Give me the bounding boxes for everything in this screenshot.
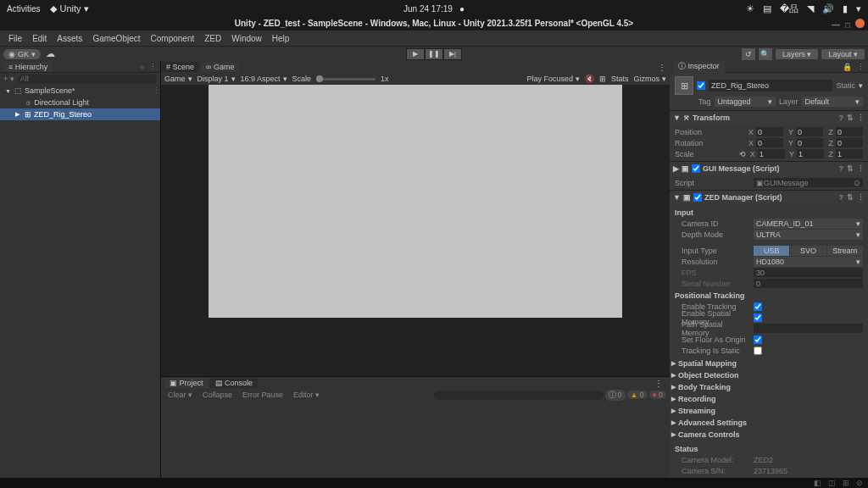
- menu-component[interactable]: Component: [146, 34, 200, 43]
- console-search[interactable]: [434, 391, 604, 400]
- tray-icon[interactable]: ⊘: [856, 479, 863, 487]
- battery-icon[interactable]: ▮: [843, 3, 848, 14]
- power-icon[interactable]: ▾: [856, 3, 861, 14]
- stream-segment[interactable]: Stream: [827, 246, 863, 256]
- panel-menu-icon[interactable]: ⋮: [658, 63, 666, 72]
- scene-row[interactable]: ▼⬚SampleScene*⋮: [0, 85, 160, 97]
- undo-history-icon[interactable]: ↺: [742, 48, 755, 60]
- rot-z[interactable]: [836, 138, 863, 147]
- network-icon[interactable]: �品: [780, 3, 798, 15]
- object-name-field[interactable]: [709, 80, 832, 92]
- hierarchy-tab[interactable]: ≡ Hierarchy: [3, 62, 53, 72]
- hierarchy-item-selected[interactable]: ▶⊞ZED_Rig_Stereo: [0, 108, 160, 120]
- layer-dropdown[interactable]: Default▾: [802, 97, 863, 107]
- menu-gameobject[interactable]: GameObject: [87, 34, 145, 43]
- enable-spatial-memory-checkbox[interactable]: [754, 313, 762, 322]
- layout-dropdown[interactable]: Layout ▾: [821, 49, 865, 59]
- mute-icon[interactable]: 🔇: [585, 75, 594, 83]
- tray-icon[interactable]: ◧: [814, 479, 821, 487]
- stats-button[interactable]: Stats: [611, 75, 629, 83]
- pos-z[interactable]: [836, 127, 863, 136]
- advanced-foldout[interactable]: ▶Advanced Settings: [670, 417, 868, 429]
- tracking-static-checkbox[interactable]: [754, 347, 762, 355]
- activities-button[interactable]: Activities: [7, 4, 40, 14]
- minimize-button[interactable]: —: [832, 19, 840, 32]
- camera-id-dropdown[interactable]: CAMERA_ID_01▾: [754, 219, 863, 229]
- collapse-toggle[interactable]: Collapse: [199, 391, 236, 399]
- lock-icon[interactable]: 🔒: [843, 63, 852, 71]
- files-icon[interactable]: ▤: [763, 3, 771, 14]
- clock[interactable]: Jun 24 17:19: [403, 4, 453, 14]
- transform-header[interactable]: ▼⤧Transform?⇅⋮: [670, 111, 868, 125]
- step-button[interactable]: ▶|: [443, 48, 462, 60]
- wifi-icon[interactable]: ◥: [807, 3, 814, 14]
- scl-y[interactable]: [797, 149, 824, 158]
- menu-help[interactable]: Help: [267, 34, 295, 43]
- pause-button[interactable]: ❚❚: [425, 48, 443, 60]
- object-detection-foldout[interactable]: ▶Object Detection: [670, 369, 868, 381]
- tray-icon[interactable]: ◫: [828, 479, 836, 487]
- tray-icon[interactable]: ⊞: [843, 479, 849, 487]
- error-pause-toggle[interactable]: Error Pause: [239, 391, 287, 399]
- layers-dropdown[interactable]: Layers ▾: [776, 49, 819, 59]
- resolution-dropdown[interactable]: HD1080▾: [754, 257, 863, 267]
- app-menu[interactable]: ◆ Unity ▾: [50, 3, 88, 14]
- enable-tracking-checkbox[interactable]: [754, 302, 762, 311]
- panel-menu-icon[interactable]: ⋮: [149, 63, 157, 71]
- pos-x[interactable]: [756, 127, 783, 136]
- menu-window[interactable]: Window: [226, 34, 267, 43]
- maximize-button[interactable]: □: [845, 19, 850, 32]
- rot-x[interactable]: [756, 138, 783, 147]
- scl-x[interactable]: [758, 149, 785, 158]
- warn-count[interactable]: ▲0: [627, 391, 648, 399]
- game-mode-dropdown[interactable]: Game ▾: [164, 75, 192, 83]
- project-tab[interactable]: ▣ Project: [164, 378, 209, 388]
- hierarchy-search[interactable]: [18, 75, 157, 84]
- body-tracking-foldout[interactable]: ▶Body Tracking: [670, 381, 868, 393]
- menu-assets[interactable]: Assets: [52, 34, 87, 43]
- usb-segment[interactable]: USB: [754, 246, 789, 256]
- editor-dropdown[interactable]: Editor ▾: [290, 391, 323, 399]
- object-icon[interactable]: ⊞: [675, 76, 693, 95]
- aspect-dropdown[interactable]: 16:9 Aspect ▾: [241, 75, 287, 83]
- cloud-icon[interactable]: ☁: [46, 48, 55, 59]
- account-dropdown[interactable]: ◉GK▾: [3, 49, 41, 59]
- gui-message-header[interactable]: ▶▣GUI Message (Script)?⇅⋮: [670, 162, 868, 175]
- spatial-mapping-foldout[interactable]: ▶Spatial Mapping: [670, 358, 868, 369]
- tag-dropdown[interactable]: Untagged▾: [715, 97, 776, 107]
- menu-zed[interactable]: ZED: [199, 34, 226, 43]
- rot-y[interactable]: [796, 138, 823, 147]
- svo-segment[interactable]: SVO: [790, 246, 826, 256]
- panel-opt-icon[interactable]: ⟐: [140, 63, 144, 71]
- vsync-icon[interactable]: ⊞: [599, 75, 606, 83]
- camera-controls-foldout[interactable]: ▶Camera Controls: [670, 429, 868, 441]
- depth-dropdown[interactable]: ULTRA▾: [754, 230, 863, 240]
- streaming-foldout[interactable]: ▶Streaming: [670, 405, 868, 417]
- scene-tab[interactable]: # Scene: [161, 62, 199, 72]
- menu-edit[interactable]: Edit: [27, 34, 52, 43]
- pos-y[interactable]: [796, 127, 823, 136]
- path-field[interactable]: [754, 324, 863, 333]
- menu-file[interactable]: File: [3, 34, 27, 43]
- game-tab[interactable]: ∞ Game: [201, 62, 239, 72]
- console-tab[interactable]: ▤ Console: [210, 378, 259, 388]
- gm-enable-checkbox[interactable]: [692, 164, 700, 173]
- play-button[interactable]: ▶: [406, 48, 425, 60]
- status-icon[interactable]: ☀: [746, 3, 754, 14]
- panel-menu-icon[interactable]: ⋮: [654, 379, 663, 388]
- gizmos-dropdown[interactable]: Gizmos ▾: [633, 75, 666, 83]
- info-count[interactable]: ⓘ0: [605, 390, 626, 401]
- set-floor-checkbox[interactable]: [754, 336, 762, 344]
- volume-icon[interactable]: 🔊: [822, 3, 834, 14]
- display-dropdown[interactable]: Display 1 ▾: [198, 75, 236, 83]
- error-count[interactable]: ●0: [649, 391, 666, 399]
- zed-manager-header[interactable]: ▼▣ZED Manager (Script)?⇅⋮: [670, 191, 868, 204]
- scale-slider[interactable]: [316, 78, 376, 80]
- link-icon[interactable]: ⟲: [739, 150, 746, 158]
- play-focused-dropdown[interactable]: Play Focused ▾: [526, 75, 580, 83]
- hierarchy-item[interactable]: ☼Directional Light: [0, 97, 160, 108]
- clear-button[interactable]: Clear ▾: [164, 391, 196, 399]
- scl-z[interactable]: [836, 149, 863, 158]
- recording-foldout[interactable]: ▶Recording: [670, 393, 868, 405]
- inspector-tab[interactable]: ⓘ Inspector: [673, 61, 725, 73]
